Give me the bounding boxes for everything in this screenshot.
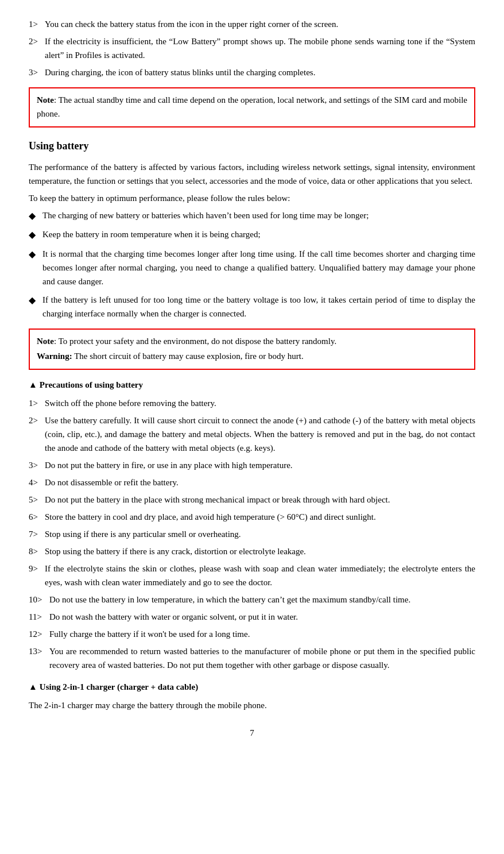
bullet-diamond-4: ◆ [29,293,42,320]
precaution-item-1: 1> Switch off the phone before removing … [29,396,475,410]
bullet-text-4: If the battery is left unused for too lo… [42,293,475,320]
item-num: 12> [29,627,49,641]
precaution-item-9: 9> If the electrolyte stains the skin or… [29,562,475,589]
item-num: 9> [29,562,45,589]
item-num: 11> [29,610,49,624]
item-num: 3> [29,65,45,79]
precaution-item-5: 5> Do not put the battery in the place w… [29,493,475,507]
bullet-diamond-3: ◆ [29,247,42,288]
triangle-icon-2: ▲ [29,680,37,694]
using-battery-section: Using battery The performance of the bat… [29,138,475,320]
bullet-diamond-2: ◆ [29,227,42,242]
item-text: Use the battery carefully. It will cause… [45,414,475,455]
bullet-item-1: ◆ The charging of new battery or batteri… [29,208,475,223]
item-num: 1> [29,17,45,31]
item-num: 2> [29,34,45,62]
page-number: 7 [29,726,475,740]
item-text: Switch off the phone before removing the… [45,396,475,410]
precaution-item-4: 4> Do not disassemble or refit the batte… [29,476,475,489]
item-num: 3> [29,458,45,472]
item-text: You can check the battery status from th… [45,17,475,31]
precaution-items: 1> Switch off the phone before removing … [29,396,475,672]
charger-text: The 2-in-1 charger may charge the batter… [29,698,475,712]
item-text: Stop using if there is any particular sm… [45,527,475,541]
note-box-2-line1: Note: To protect your safety and the env… [37,334,467,348]
precaution-item-12: 12> Fully charge the battery if it won't… [29,627,475,641]
intro-items: 1> You can check the battery status from… [29,17,475,79]
item-text: If the electricity is insufficient, the … [45,34,475,62]
item-num: 10> [29,593,49,606]
note-box-1: Note: The actual standby time and call t… [29,87,475,127]
note-box-2-line2: Warning: The short circuit of battery ma… [37,349,467,363]
item-text: Do not put the battery in fire, or use i… [45,458,475,472]
precaution-item-10: 10> Do not use the battery in low temper… [29,593,475,606]
precaution-item-6: 6> Store the battery in cool and dry pla… [29,510,475,524]
note-box-2: Note: To protect your safety and the env… [29,329,475,370]
triangle-icon-1: ▲ [29,378,37,392]
item-text: You are recommended to return wasted bat… [49,644,475,672]
note-box-1-text: Note: The actual standby time and call t… [37,93,467,121]
precaution-item-11: 11> Do not wash the battery with water o… [29,610,475,624]
item-text: During charging, the icon of battery sta… [45,65,475,79]
item-text: Fully charge the battery if it won't be … [49,627,475,641]
item-text: Do not put the battery in the place with… [45,493,475,507]
using-battery-para2: To keep the battery in optimum performan… [29,191,475,205]
precaution-item-7: 7> Stop using if there is any particular… [29,527,475,541]
precaution-item-13: 13> You are recommended to return wasted… [29,644,475,672]
item-text: Do not disassemble or refit the battery. [45,476,475,489]
item-num: 5> [29,493,45,507]
using-battery-para1: The performance of the battery is affect… [29,160,475,188]
intro-item-1: 1> You can check the battery status from… [29,17,475,31]
intro-item-3: 3> During charging, the icon of battery … [29,65,475,79]
bullet-diamond-1: ◆ [29,208,42,223]
precautions-heading: ▲Precautions of using battery [29,378,475,392]
charger-heading-text: Using 2-in-1 charger (charger + data cab… [40,682,198,691]
bullet-text-1: The charging of new battery or batteries… [42,208,475,223]
item-text: Do not use the battery in low temperatur… [49,593,475,606]
using-battery-heading: Using battery [29,138,475,154]
precaution-item-8: 8> Stop using the battery if there is an… [29,544,475,558]
precaution-item-3: 3> Do not put the battery in fire, or us… [29,458,475,472]
bullet-text-2: Keep the battery in room temperature whe… [42,227,475,242]
bullet-text-3: It is normal that the charging time beco… [42,247,475,288]
item-text: Do not wash the battery with water or or… [49,610,475,624]
bullet-item-4: ◆ If the battery is left unused for too … [29,293,475,320]
item-num: 1> [29,396,45,410]
precaution-item-2: 2> Use the battery carefully. It will ca… [29,414,475,455]
item-num: 13> [29,644,49,672]
bullet-item-3: ◆ It is normal that the charging time be… [29,247,475,288]
charger-heading: ▲Using 2-in-1 charger (charger + data ca… [29,680,475,694]
item-num: 8> [29,544,45,558]
item-num: 4> [29,476,45,489]
item-text: Stop using the battery if there is any c… [45,544,475,558]
item-num: 7> [29,527,45,541]
item-num: 6> [29,510,45,524]
item-text: If the electrolyte stains the skin or cl… [45,562,475,589]
item-text: Store the battery in cool and dry place,… [45,510,475,524]
intro-item-2: 2> If the electricity is insufficient, t… [29,34,475,62]
item-num: 2> [29,414,45,455]
bullet-item-2: ◆ Keep the battery in room temperature w… [29,227,475,242]
